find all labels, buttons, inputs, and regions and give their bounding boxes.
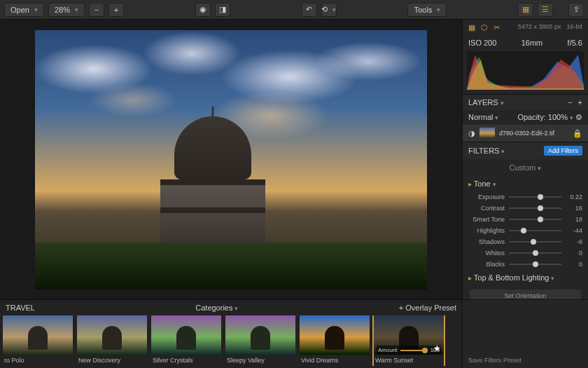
preview-icon[interactable]: ◉ [195,3,211,17]
categories-dropdown[interactable]: Categories [195,304,238,312]
highlights-slider[interactable]: Highlights-44 [463,225,588,236]
layers-title[interactable]: LAYERS [468,98,504,107]
bit-depth: 16-bit [566,23,582,32]
layer-filename: d780-0302-Edit-2.tif [499,130,568,137]
preset-item[interactable]: Vivid Dreams [300,315,370,366]
smart-tone-slider[interactable]: Smart Tone18 [463,214,588,225]
filters-header: FILTERS Add Filters [463,142,588,159]
aperture: f/5.6 [568,39,582,47]
add-filters-button[interactable]: Add Filters [544,146,582,156]
gear-icon[interactable]: ⚙ [575,113,582,121]
photo-preview [35,30,427,289]
presets-panel: TRAVEL Categories + Overlay Preset ro Po… [0,300,462,368]
blend-mode[interactable]: Normal [468,113,498,122]
overlay-preset-button[interactable]: + Overlay Preset [399,304,456,312]
exposure-slider[interactable]: Exposure0.22 [463,191,588,203]
zoom-in-button[interactable]: + [108,3,124,17]
set-orientation-button[interactable]: Set Orientation [470,289,581,299]
histogram [467,51,584,90]
lock-icon[interactable]: 🔒 [573,129,582,138]
export-button[interactable]: ⇪ [568,3,584,17]
presets-tab-icon[interactable]: ▦ [518,3,533,17]
open-menu[interactable]: Open [4,3,44,17]
layer-item[interactable]: ◑ d780-0302-Edit-2.tif 🔒 [463,125,588,142]
zoom-out-button[interactable]: − [89,3,104,17]
add-layer-icon[interactable]: + [578,98,582,107]
preset-custom[interactable]: Custom [463,159,588,176]
preset-category: TRAVEL [6,304,35,312]
filters-title[interactable]: FILTERS [468,146,505,155]
right-sidebar: ▦ ⬡ ✂ 5472 x 3805 px 16-bit ISO 200 16mm… [462,20,588,299]
histogram-icon[interactable]: ▦ [468,23,475,32]
filters-tab-icon[interactable]: ☰ [538,3,553,17]
tblight-group-header[interactable]: ▸ Top & Bottom Lighting [463,270,588,285]
info-icon[interactable]: ⬡ [481,23,488,32]
preset-item[interactable]: Sleepy Valley [225,315,295,366]
layers-header: LAYERS −+ [463,94,588,110]
preset-item[interactable]: New Discovery [77,315,147,366]
tone-group-header[interactable]: ▸ Tone [463,176,588,191]
focal-length: 16mm [522,39,543,47]
shadows-slider[interactable]: Shadows-6 [463,236,588,247]
contrast-slider[interactable]: Contrast16 [463,203,588,214]
opacity-value[interactable]: 100% [548,113,573,121]
zoom-level[interactable]: 28% [48,3,85,17]
top-toolbar: Open 28% − + ◉ ◨ ↶ ⟲ Tools ▦ ☰ ⇪ [0,0,588,20]
canvas-area[interactable] [0,20,462,299]
image-dimensions: 5472 x 3805 px [518,23,561,32]
compare-icon[interactable]: ◨ [215,3,230,17]
preset-item[interactable]: Silver Crystals [151,315,221,366]
crop-icon[interactable]: ✂ [493,23,500,32]
layer-thumbnail [479,128,495,139]
whites-slider[interactable]: Whites0 [463,247,588,259]
blacks-slider[interactable]: Blacks0 [463,259,588,270]
undo-button[interactable]: ↶ [302,3,317,17]
tools-menu[interactable]: Tools [407,3,447,17]
save-filters-preset[interactable]: Save Filters Preset [468,357,522,364]
visibility-icon[interactable]: ◑ [468,129,475,138]
favorite-icon[interactable]: ★ [433,343,441,353]
history-button[interactable]: ⟲ [321,3,337,17]
collapse-icon[interactable]: − [568,98,572,107]
preset-item-selected[interactable]: Amount100 ★ Warm Sunset [374,315,444,366]
iso-value: ISO 200 [468,39,496,47]
preset-item[interactable]: ro Polo [3,315,73,366]
amount-slider[interactable]: Amount100 [377,346,441,355]
